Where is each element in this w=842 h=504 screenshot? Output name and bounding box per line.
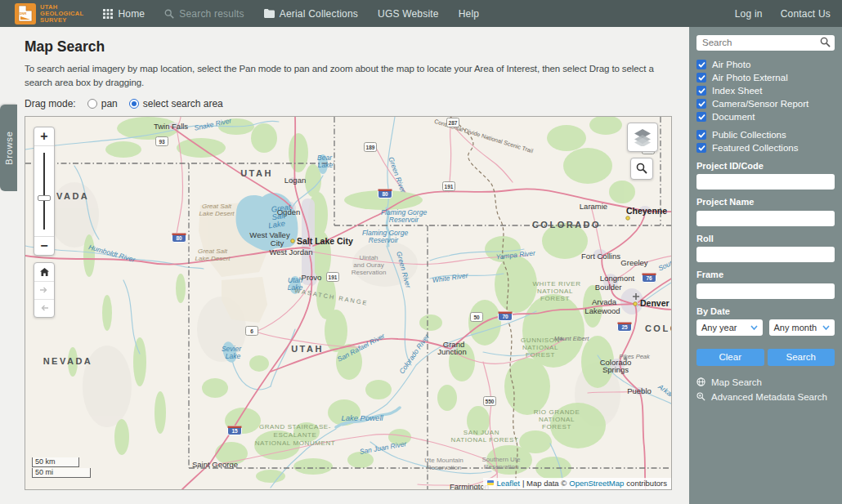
map-artwork: UTAHNEVADANEVADAUTAHCOLORADOCOLORADOTwin… (25, 117, 672, 490)
project-name-input[interactable] (696, 211, 835, 226)
svg-text:50: 50 (473, 314, 480, 319)
nav-item-search-results[interactable]: Search results (164, 8, 244, 20)
zoom-slider-handle[interactable] (38, 195, 51, 201)
map-label-san-juan-river: San Juan River (359, 439, 408, 455)
map-label-utah: UTAH (291, 344, 324, 354)
map-label-national: NATIONAL (522, 344, 558, 351)
checkbox-air-photo-external[interactable]: Air Photo External (696, 73, 835, 83)
map-label-city: City (271, 239, 284, 248)
checkbox-public-collections[interactable]: Public Collections (696, 130, 835, 140)
nav-item-aerial-collections[interactable]: Aerial Collections (264, 8, 358, 20)
svg-text:DNR: DNR (20, 11, 27, 16)
frame-input[interactable] (696, 283, 835, 299)
chevron-down-icon (822, 325, 830, 330)
year-select[interactable]: Any year (696, 319, 763, 336)
month-select[interactable]: Any month (769, 319, 835, 336)
checkbox-index-sheet[interactable]: Index Sheet (696, 86, 835, 96)
check-icon (698, 100, 705, 107)
checkbox-featured-collections[interactable]: Featured Collections (696, 143, 835, 154)
map-label-national: NATIONAL (537, 288, 573, 295)
zoom-in-button[interactable]: + (34, 127, 54, 145)
map-label-great-salt: Great Salt (198, 248, 228, 255)
search-icon (636, 163, 647, 174)
svg-text:25: 25 (621, 324, 628, 330)
project-name-field: Project Name (696, 197, 835, 226)
map-label-boulder: Boulder (595, 283, 622, 292)
map-label-arvada: Arvada (592, 297, 617, 306)
svg-text:287: 287 (449, 119, 458, 125)
radio-pan-label: pan (101, 98, 118, 109)
map-label-utah: UTAH (240, 168, 273, 178)
radio-select-search-area[interactable]: select search area (129, 98, 223, 109)
route-shield-189: 189 (365, 142, 377, 151)
search-input[interactable] (696, 35, 835, 51)
page-description: To search aerial imagery by map location… (25, 62, 679, 91)
nav-item-ugs-website[interactable]: UGS Website (378, 8, 439, 20)
map-label-lakewood: Lakewood (584, 306, 620, 315)
checkbox-air-photo[interactable]: Air Photo (696, 60, 835, 70)
map-search-control[interactable] (630, 158, 653, 180)
zoom-slider[interactable] (34, 145, 54, 237)
radio-select-icon[interactable] (129, 99, 139, 109)
home-extent-button[interactable] (34, 263, 54, 281)
map-label-logan: Logan (284, 176, 306, 185)
route-shield-550: 550 (484, 396, 496, 405)
radio-pan[interactable]: pan (87, 98, 118, 109)
checkbox-box[interactable] (696, 130, 706, 140)
nav-item-home[interactable]: Home (103, 8, 145, 20)
interstate-shield-80: 80 (172, 233, 186, 242)
layers-icon (633, 128, 652, 146)
check-icon (698, 74, 705, 81)
map-label-lake: Lake (318, 161, 334, 169)
project-id-code-field: Project ID/Code (696, 161, 835, 190)
leaflet-link[interactable]: Leaflet (496, 479, 520, 488)
checkbox-label: Document (712, 112, 755, 123)
map-label-white-river: White River (432, 270, 469, 283)
nav-item-log-in[interactable]: Log in (735, 8, 763, 20)
map-label-pueblo: Pueblo (627, 386, 652, 395)
roll-input[interactable] (696, 247, 835, 262)
svg-text:93: 93 (159, 138, 165, 144)
project-id-code-input[interactable] (696, 174, 835, 190)
clear-button[interactable]: Clear (696, 349, 764, 366)
nav-item-help[interactable]: Help (459, 8, 479, 20)
osm-link[interactable]: OpenStreetMap (569, 479, 624, 488)
browse-tab[interactable]: Browse (0, 105, 17, 191)
checkbox-document[interactable]: Document (696, 112, 835, 123)
nav-right: Log inContact Us (735, 8, 831, 20)
checkbox-box[interactable] (696, 60, 706, 69)
route-shield-93: 93 (156, 136, 168, 145)
map-label-reservation: Reservation (352, 269, 387, 276)
ugs-logo[interactable]: DNR UTAH GEOLOGICAL SURVEY (15, 3, 83, 25)
map-history-control (34, 262, 55, 318)
advanced-metadata-search-link-label: Advanced Metadata Search (711, 391, 827, 403)
scale-mi: 50 mi (32, 468, 91, 478)
checkbox-label: Air Photo External (712, 73, 788, 83)
map-search-link[interactable]: Map Search (696, 377, 835, 388)
checkbox-label: Camera/Sensor Report (712, 99, 808, 109)
search-button[interactable]: Search (768, 349, 835, 366)
checkbox-box[interactable] (696, 112, 706, 122)
checkbox-box[interactable] (696, 143, 706, 153)
checkbox-box[interactable] (696, 86, 706, 96)
radio-pan-icon[interactable] (87, 99, 97, 109)
roll-field: Roll (696, 234, 835, 263)
map-label-reservoir: Reservoir (369, 236, 400, 244)
extent-back-button[interactable] (34, 299, 54, 317)
map-label-national-monument: NATIONAL MONUMENT (255, 439, 336, 447)
zoom-out-button[interactable]: − (34, 237, 54, 255)
nav-item-contact-us[interactable]: Contact Us (781, 8, 831, 20)
by-date-label: By Date (696, 306, 835, 316)
advanced-metadata-search-link[interactable]: Advanced Metadata Search (696, 391, 835, 403)
checkbox-camera-sensor-report[interactable]: Camera/Sensor Report (696, 99, 835, 109)
checkbox-box[interactable] (696, 73, 706, 83)
extent-forward-button[interactable] (34, 281, 54, 299)
checkbox-box[interactable] (696, 99, 706, 109)
interstate-shield-80: 80 (378, 189, 392, 198)
main-area: Browse Map Search To search aerial image… (0, 27, 842, 504)
app-root: DNR UTAH GEOLOGICAL SURVEY HomeSearch re… (0, 0, 842, 504)
route-shield-50: 50 (471, 312, 483, 321)
layers-control[interactable] (627, 123, 658, 152)
attribution-text: | Map data © (522, 479, 567, 488)
map-container[interactable]: UTAHNEVADANEVADAUTAHCOLORADOCOLORADOTwin… (25, 116, 672, 490)
